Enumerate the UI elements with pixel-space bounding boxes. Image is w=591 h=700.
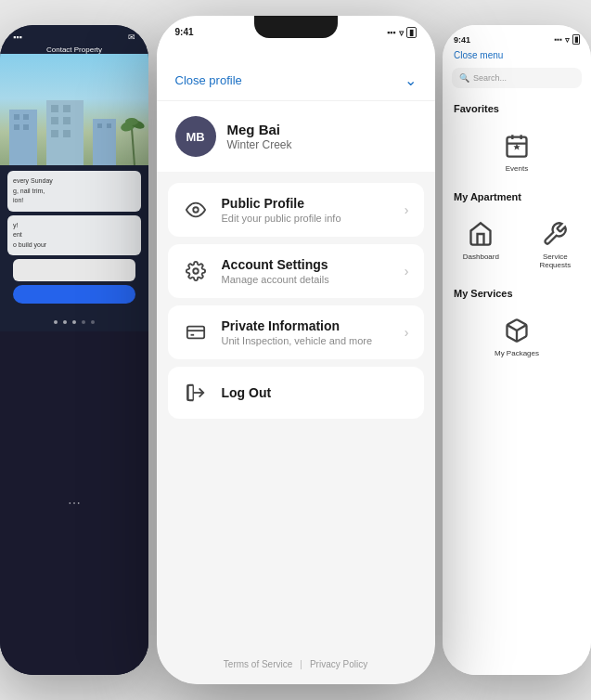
blue-action-btn[interactable] [13, 285, 135, 304]
close-profile-button[interactable]: Close profile [175, 73, 242, 87]
nav-dot-2 [63, 320, 67, 324]
empty-input-box [13, 259, 135, 281]
public-profile-subtitle: Edit your public profile info [222, 213, 392, 224]
right-status-time: 9:41 [454, 35, 470, 45]
footer-links: Terms of Service | Privacy Policy [157, 644, 435, 684]
service-requests-icon [540, 219, 570, 249]
right-wifi-icon: ▿ [565, 35, 570, 45]
service-requests-label: ServiceRequests [539, 253, 571, 269]
chevron-down-icon[interactable]: ⌄ [405, 71, 417, 89]
private-info-subtitle: Unit Inspection, vehicle and more [222, 335, 392, 346]
svg-rect-11 [63, 130, 71, 137]
profile-header: Close profile ⌄ [157, 64, 435, 101]
menu-item-logout[interactable]: Log Out [168, 367, 424, 419]
gear-icon [183, 258, 209, 284]
svg-rect-12 [93, 119, 116, 165]
bottom-nav [0, 313, 148, 331]
close-menu-button[interactable]: Close menu [454, 50, 503, 60]
svg-rect-14 [107, 123, 111, 128]
svg-rect-21 [186, 327, 203, 339]
property-subtext: y!ento build your [13, 221, 135, 251]
left-signal-icon: ▪▪▪ [13, 32, 22, 42]
footer-divider: | [300, 659, 302, 669]
card-icon [183, 319, 209, 345]
logout-text: Log Out [222, 385, 409, 400]
svg-rect-8 [51, 117, 58, 124]
menu-list: Public Profile Edit your public profile … [157, 183, 435, 644]
nav-dot-5 [91, 320, 95, 324]
eye-icon [183, 197, 209, 223]
svg-point-18 [125, 118, 138, 125]
grid-menu-icon: ⋯ [68, 496, 81, 511]
logout-icon [183, 380, 209, 406]
private-info-title: Private Information [222, 318, 392, 333]
svg-rect-3 [14, 124, 19, 130]
svg-rect-2 [23, 114, 29, 120]
arrow-right-icon-3: › [405, 325, 409, 340]
account-settings-text: Account Settings Manage account details [222, 257, 392, 285]
events-icon [502, 131, 532, 161]
search-icon: 🔍 [459, 73, 469, 83]
building-svg [0, 91, 148, 165]
profile-section: MB Meg Bai Winter Creek [157, 101, 435, 172]
signal-icon: ▪▪▪ [387, 28, 396, 37]
events-label: Events [506, 164, 528, 173]
property-image [0, 54, 148, 165]
property-info-text: every Sundayg, nail trim,ion! [13, 176, 135, 206]
right-header: Close menu [443, 50, 591, 68]
svg-rect-4 [23, 124, 29, 130]
wifi-icon: ▿ [399, 28, 404, 38]
my-packages-label: My Packages [495, 349, 539, 357]
favorites-section-title: Favorites [443, 99, 591, 120]
phone-right: 9:41 ▪▪▪ ▿ ▮ Close menu 🔍 Search... Favo… [443, 25, 591, 675]
nav-dot-4 [82, 320, 85, 324]
center-status-time: 9:41 [175, 27, 194, 38]
svg-line-15 [132, 128, 135, 165]
battery-icon: ▮ [406, 27, 417, 38]
terms-link[interactable]: Terms of Service [224, 659, 292, 669]
right-signal-icon: ▪▪▪ [554, 35, 562, 44]
svg-rect-6 [51, 105, 58, 112]
arrow-right-icon-2: › [405, 264, 409, 279]
svg-rect-7 [63, 105, 71, 112]
account-settings-title: Account Settings [222, 257, 392, 272]
left-status-bar: ▪▪▪ ✉ [0, 25, 148, 45]
phone-left: ▪▪▪ ✉ Contact Property [0, 25, 148, 675]
account-settings-subtitle: Manage account details [222, 274, 392, 285]
logout-title: Log Out [222, 385, 409, 400]
svg-point-19 [193, 207, 199, 213]
search-placeholder: Search... [473, 73, 507, 83]
profile-info: Meg Bai Winter Creek [227, 122, 292, 151]
events-grid-item[interactable]: Events [498, 123, 535, 180]
right-battery-icon: ▮ [572, 34, 580, 45]
privacy-link[interactable]: Privacy Policy [310, 659, 367, 669]
my-services-section-title: My Services [443, 284, 591, 305]
contact-property-label: Contact Property [0, 45, 148, 54]
phone-center: 9:41 ▪▪▪ ▿ ▮ Close profile ⌄ MB Meg Bai [157, 16, 435, 684]
my-packages-grid-item[interactable]: My Packages [491, 308, 543, 365]
service-requests-grid-item[interactable]: ServiceRequests [535, 212, 574, 277]
svg-rect-9 [63, 117, 71, 124]
right-status-icons: ▪▪▪ ▿ ▮ [554, 34, 580, 45]
dashboard-grid-item[interactable]: Dashboard [459, 212, 503, 277]
menu-item-public-profile[interactable]: Public Profile Edit your public profile … [168, 183, 424, 237]
user-name: Meg Bai [227, 122, 292, 137]
nav-dot-1 [54, 320, 58, 324]
menu-item-private-info[interactable]: Private Information Unit Inspection, veh… [168, 305, 424, 359]
search-bar[interactable]: 🔍 Search... [452, 68, 582, 88]
svg-point-20 [193, 268, 199, 274]
svg-rect-1 [14, 114, 19, 120]
my-apartment-section-title: My Apartment [443, 188, 591, 208]
user-community: Winter Creek [227, 138, 292, 151]
public-profile-text: Public Profile Edit your public profile … [222, 196, 392, 224]
nav-dot-3 [72, 320, 76, 324]
center-status-icons: ▪▪▪ ▿ ▮ [387, 27, 417, 38]
dashboard-icon [466, 219, 495, 249]
packages-icon [502, 316, 532, 345]
notch [254, 16, 338, 38]
user-avatar: MB [175, 116, 216, 157]
menu-item-account-settings[interactable]: Account Settings Manage account details … [168, 244, 424, 298]
arrow-right-icon: › [405, 202, 409, 217]
left-mail-icon: ✉ [128, 32, 135, 42]
private-info-text: Private Information Unit Inspection, veh… [222, 318, 392, 346]
